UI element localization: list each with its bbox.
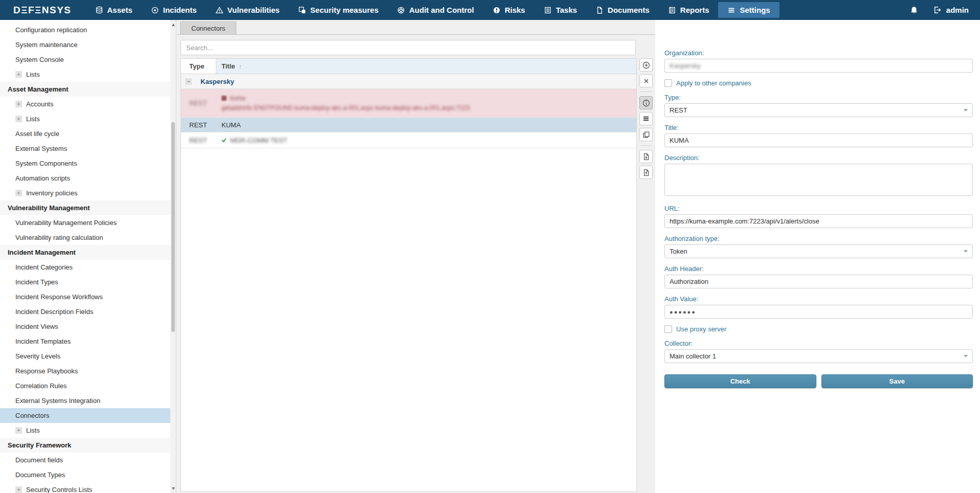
tab-connectors[interactable]: Connectors	[180, 21, 236, 34]
sidebar-item-label: Vulnerability rating calculation	[15, 234, 103, 241]
export-button[interactable]	[639, 150, 653, 163]
group-row-kaspersky[interactable]: − Kaspersky	[181, 74, 636, 89]
expand-plus-icon[interactable]: +	[15, 427, 22, 434]
nav-item-settings[interactable]: Settings	[718, 2, 779, 18]
redacted-title-value: kuma	[230, 95, 245, 102]
scroll-down-icon[interactable]	[170, 485, 176, 492]
sidebar-item-external-systems[interactable]: External Systems	[0, 141, 170, 156]
type-select[interactable]: REST	[664, 103, 973, 117]
expand-plus-icon[interactable]: +	[15, 71, 22, 78]
checkbox-icon[interactable]	[664, 79, 672, 87]
sidebar-item-response-playbooks[interactable]: Response Playbooks	[0, 364, 170, 378]
column-header-title[interactable]: Title ↑	[216, 59, 636, 74]
notifications-bell-icon[interactable]	[909, 6, 919, 15]
sidebar-item-vulnerability-rating-calculation[interactable]: Vulnerability rating calculation	[0, 230, 170, 245]
user-menu[interactable]: admin	[933, 6, 969, 14]
column-header-type[interactable]: Type	[181, 59, 216, 74]
connector-row-mdr-comm-test[interactable]: RESTMDR-COMM TEST	[181, 132, 636, 148]
nav-item-documents[interactable]: Documents	[586, 2, 659, 18]
expand-plus-icon[interactable]: +	[15, 486, 22, 493]
apply-to-other-companies-checkbox[interactable]: Apply to other companies	[664, 79, 973, 87]
type-value: REST	[189, 121, 207, 129]
search-input[interactable]	[181, 40, 636, 55]
use-proxy-server-checkbox[interactable]: Use proxy server	[664, 325, 973, 333]
nav-item-tasks[interactable]: Tasks	[534, 2, 586, 18]
column-type-label: Type	[189, 62, 204, 70]
sidebar-item-external-systems-integration[interactable]: External Systems Integration	[0, 393, 170, 408]
expand-plus-icon[interactable]: +	[15, 116, 22, 122]
sidebar-item-incident-response-workflows[interactable]: Incident Response Workflows	[0, 289, 170, 304]
nav-item-audit-and-control[interactable]: Audit and Control	[388, 2, 483, 18]
sidebar-item-incident-views[interactable]: Incident Views	[0, 319, 170, 334]
collector-select[interactable]: Main collector 1	[664, 349, 973, 363]
sidebar-item-document-fields[interactable]: Document fields	[0, 453, 170, 467]
info-button[interactable]	[639, 96, 653, 109]
sidebar-item-incident-types[interactable]: Incident Types	[0, 275, 170, 289]
save-button[interactable]: Save	[821, 374, 973, 388]
delete-button[interactable]	[639, 74, 653, 87]
scroll-up-icon[interactable]	[170, 21, 176, 28]
check-button[interactable]: Check	[664, 374, 816, 388]
copy-button[interactable]	[639, 128, 653, 141]
nav-item-label: Tasks	[556, 6, 577, 14]
sidebar-item-inventory-policies[interactable]: +Inventory policies	[0, 186, 170, 200]
organization-label: Organization:	[664, 49, 973, 57]
collapse-minus-icon[interactable]: −	[185, 78, 192, 85]
sidebar-item-incident-templates[interactable]: Incident Templates	[0, 334, 170, 349]
sidebar-item-vulnerability-management-policies[interactable]: Vulnerability Management Policies	[0, 215, 170, 230]
sidebar-item-incident-description-fields[interactable]: Incident Description Fields	[0, 304, 170, 319]
sidebar-item-asset-life-cycle[interactable]: Asset life cycle	[0, 126, 170, 141]
sidebar-item-automation-scripts[interactable]: Automation scripts	[0, 171, 170, 186]
sidebar-item-configuration-replication[interactable]: Configuration replication	[0, 23, 170, 37]
settings-tree: Configuration replicationSystem maintena…	[0, 20, 170, 493]
incidents-icon	[151, 6, 159, 14]
sidebar-item-document-types[interactable]: Document Types	[0, 467, 170, 482]
title-input[interactable]	[664, 133, 973, 147]
scrollbar-thumb[interactable]	[171, 122, 175, 332]
nav-item-reports[interactable]: Reports	[659, 2, 719, 18]
nav-item-security-measures[interactable]: Security measures	[289, 2, 388, 18]
sidebar-item-label: Lists	[26, 115, 40, 123]
grid-toolbar	[637, 58, 655, 492]
add-button[interactable]	[639, 58, 653, 72]
auth-header-input[interactable]	[664, 275, 973, 288]
sidebar-scrollbar[interactable]	[170, 20, 176, 493]
checkbox-icon[interactable]	[664, 325, 672, 333]
risks-icon	[493, 6, 501, 14]
sidebar-item-lists[interactable]: +Lists	[0, 111, 170, 126]
nav-item-vulnerabilities[interactable]: Vulnerabilities	[206, 2, 289, 18]
defensys-logo[interactable]: DΞFΞNSYS	[13, 5, 72, 16]
sidebar-item-correlation-rules[interactable]: Correlation Rules	[0, 378, 170, 393]
redacted-type-value: REST	[189, 137, 207, 144]
security-measures-icon	[298, 6, 306, 14]
sidebar-item-system-components[interactable]: System Components	[0, 156, 170, 171]
nav-item-label: Incidents	[163, 6, 197, 14]
nav-right: admin	[909, 6, 972, 15]
import-button[interactable]	[639, 166, 653, 179]
expand-plus-icon[interactable]: +	[15, 190, 22, 196]
expand-plus-icon[interactable]: +	[15, 101, 22, 107]
sidebar-item-incident-categories[interactable]: Incident Categories	[0, 260, 170, 275]
nav-item-assets[interactable]: Assets	[86, 2, 142, 18]
nav-item-incidents[interactable]: Incidents	[142, 2, 206, 18]
list-button[interactable]	[639, 112, 653, 125]
sidebar-item-security-controls-lists[interactable]: +Security Controls Lists	[0, 482, 170, 493]
connector-row-kuma[interactable]: RESTKUMA	[181, 118, 636, 132]
organization-field[interactable]: Kaspersky	[664, 59, 973, 73]
sidebar-item-vulnerability-management: Vulnerability Management	[0, 200, 170, 215]
nav-item-risks[interactable]: Risks	[483, 2, 534, 18]
sidebar-item-accounts[interactable]: +Accounts	[0, 97, 170, 111]
sidebar-item-lists[interactable]: +Lists	[0, 423, 170, 438]
url-input[interactable]	[664, 214, 973, 228]
connector-row-kuma[interactable]: RESTkumagetaddrinfo ENOTFOUND kuma-deplo…	[181, 89, 636, 118]
authorization-type-select[interactable]: Token	[664, 244, 973, 258]
sidebar-item-label: Document Types	[15, 471, 65, 479]
sidebar-item-system-console[interactable]: System Console	[0, 52, 170, 67]
sidebar-item-severity-levels[interactable]: Severity Levels	[0, 349, 170, 364]
sidebar-item-label: Connectors	[15, 412, 49, 419]
sidebar-item-system-maintenance[interactable]: System maintenance	[0, 37, 170, 52]
description-textarea[interactable]	[664, 164, 973, 196]
auth-value-input[interactable]	[664, 305, 973, 319]
sidebar-item-connectors[interactable]: Connectors	[0, 408, 170, 423]
sidebar-item-lists[interactable]: +Lists	[0, 67, 170, 82]
